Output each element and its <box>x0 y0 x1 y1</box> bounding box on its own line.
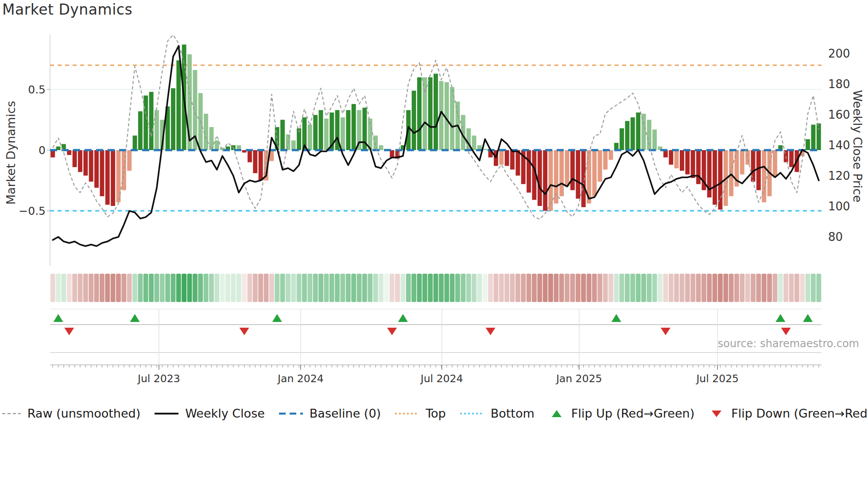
svg-text:Jul 2024: Jul 2024 <box>420 372 463 385</box>
legend-label-weekly-close: Weekly Close <box>185 407 265 420</box>
legend-item-flip-up: Flip Up (Red→Green) <box>548 407 695 420</box>
legend-swatch-baseline <box>278 408 304 419</box>
svg-text:180: 180 <box>828 77 850 91</box>
legend-swatch-weekly-close <box>154 408 179 419</box>
legend-item-flip-down: Flip Down (Green→Red) <box>708 407 868 420</box>
legend-item-bottom: Bottom <box>459 407 535 420</box>
legend-label-top: Top <box>426 407 446 420</box>
svg-text:Jul 2025: Jul 2025 <box>695 372 739 385</box>
legend: Raw (unsmoothed)Weekly CloseBaseline (0)… <box>0 407 868 420</box>
legend-swatch-flip-down <box>708 408 725 419</box>
svg-text:200: 200 <box>828 47 850 60</box>
svg-text:−0.5: −0.5 <box>19 205 46 217</box>
legend-label-baseline: Baseline (0) <box>310 407 381 420</box>
svg-text:0: 0 <box>39 144 46 157</box>
svg-text:Jan 2025: Jan 2025 <box>555 372 602 385</box>
legend-item-weekly-close: Weekly Close <box>154 407 265 420</box>
svg-text:80: 80 <box>828 230 843 244</box>
legend-label-flip-up: Flip Up (Red→Green) <box>571 407 695 420</box>
legend-label-raw: Raw (unsmoothed) <box>27 407 141 420</box>
legend-label-bottom: Bottom <box>491 407 535 420</box>
svg-text:140: 140 <box>828 139 850 152</box>
chart-canvas: Market Dynamics Market Dynamics Weekly C… <box>0 0 868 488</box>
svg-text:120: 120 <box>828 169 850 182</box>
legend-item-raw: Raw (unsmoothed) <box>0 407 140 420</box>
legend-swatch-flip-up <box>548 408 566 419</box>
legend-swatch-top <box>394 408 420 419</box>
svg-text:0.5: 0.5 <box>28 83 46 96</box>
svg-text:160: 160 <box>828 108 850 121</box>
legend-item-baseline: Baseline (0) <box>278 407 381 420</box>
legend-label-flip-down: Flip Down (Green→Red) <box>731 407 868 420</box>
source-note: source: sharemaestro.com <box>718 337 859 350</box>
legend-swatch-bottom <box>459 408 485 419</box>
svg-text:Jul 2023: Jul 2023 <box>137 372 180 385</box>
legend-item-top: Top <box>394 407 446 420</box>
legend-swatch-raw <box>0 408 22 419</box>
svg-text:Jan 2024: Jan 2024 <box>277 372 324 385</box>
svg-text:100: 100 <box>828 200 850 213</box>
